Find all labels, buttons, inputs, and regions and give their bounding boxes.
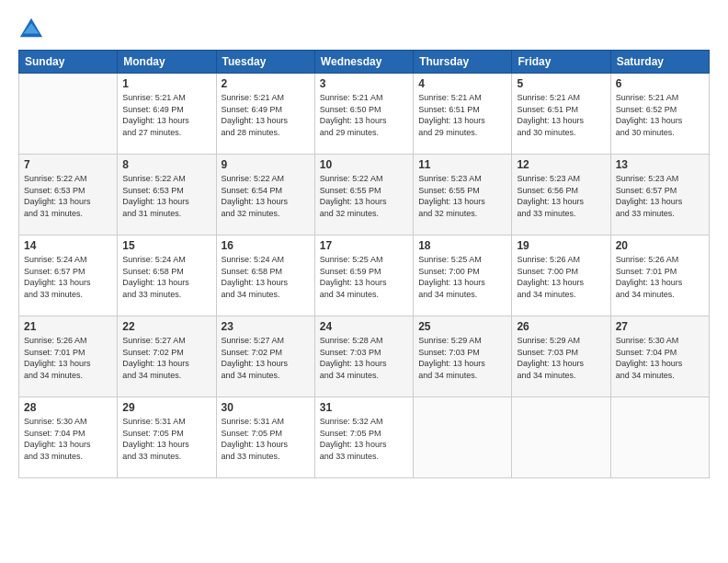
day-info: Sunrise: 5:23 AM Sunset: 6:57 PM Dayligh… xyxy=(616,173,704,219)
weekday-header-monday: Monday xyxy=(118,51,216,74)
calendar-table: SundayMondayTuesdayWednesdayThursdayFrid… xyxy=(18,50,710,478)
calendar-cell xyxy=(610,397,709,478)
calendar-cell: 2Sunrise: 5:21 AM Sunset: 6:49 PM Daylig… xyxy=(216,74,314,155)
day-number: 28 xyxy=(24,401,112,414)
calendar-cell: 24Sunrise: 5:28 AM Sunset: 7:03 PM Dayli… xyxy=(314,316,413,397)
day-number: 21 xyxy=(24,320,112,333)
calendar-cell xyxy=(414,397,512,478)
calendar-cell: 15Sunrise: 5:24 AM Sunset: 6:58 PM Dayli… xyxy=(118,236,216,316)
day-info: Sunrise: 5:21 AM Sunset: 6:51 PM Dayligh… xyxy=(418,92,506,138)
calendar-cell: 19Sunrise: 5:26 AM Sunset: 7:00 PM Dayli… xyxy=(512,236,610,316)
day-info: Sunrise: 5:22 AM Sunset: 6:55 PM Dayligh… xyxy=(320,173,408,219)
day-number: 4 xyxy=(418,77,506,90)
calendar-week-row: 21Sunrise: 5:26 AM Sunset: 7:01 PM Dayli… xyxy=(19,316,710,397)
day-number: 17 xyxy=(320,239,408,252)
calendar-cell: 5Sunrise: 5:21 AM Sunset: 6:51 PM Daylig… xyxy=(512,74,610,155)
calendar-cell: 3Sunrise: 5:21 AM Sunset: 6:50 PM Daylig… xyxy=(314,74,413,155)
day-info: Sunrise: 5:29 AM Sunset: 7:03 PM Dayligh… xyxy=(418,335,506,381)
day-number: 29 xyxy=(122,401,210,414)
day-info: Sunrise: 5:27 AM Sunset: 7:02 PM Dayligh… xyxy=(222,335,310,381)
calendar-week-row: 14Sunrise: 5:24 AM Sunset: 6:57 PM Dayli… xyxy=(19,236,710,316)
calendar-cell: 16Sunrise: 5:24 AM Sunset: 6:58 PM Dayli… xyxy=(216,236,314,316)
calendar-cell xyxy=(19,74,118,155)
weekday-header-sunday: Sunday xyxy=(19,51,118,74)
day-info: Sunrise: 5:30 AM Sunset: 7:04 PM Dayligh… xyxy=(616,335,704,381)
calendar-cell: 14Sunrise: 5:24 AM Sunset: 6:57 PM Dayli… xyxy=(19,236,118,316)
day-info: Sunrise: 5:22 AM Sunset: 6:53 PM Dayligh… xyxy=(122,173,210,219)
calendar-cell: 12Sunrise: 5:23 AM Sunset: 6:56 PM Dayli… xyxy=(512,155,610,236)
day-number: 26 xyxy=(517,320,605,333)
calendar-cell: 26Sunrise: 5:29 AM Sunset: 7:03 PM Dayli… xyxy=(512,316,610,397)
calendar-cell: 8Sunrise: 5:22 AM Sunset: 6:53 PM Daylig… xyxy=(118,155,216,236)
day-number: 2 xyxy=(222,77,310,90)
day-number: 12 xyxy=(517,158,605,171)
calendar-cell: 13Sunrise: 5:23 AM Sunset: 6:57 PM Dayli… xyxy=(610,155,709,236)
calendar-cell: 23Sunrise: 5:27 AM Sunset: 7:02 PM Dayli… xyxy=(216,316,314,397)
day-number: 18 xyxy=(418,239,506,252)
day-info: Sunrise: 5:23 AM Sunset: 6:55 PM Dayligh… xyxy=(418,173,506,219)
calendar-cell: 28Sunrise: 5:30 AM Sunset: 7:04 PM Dayli… xyxy=(19,397,118,478)
day-info: Sunrise: 5:32 AM Sunset: 7:05 PM Dayligh… xyxy=(320,416,408,462)
calendar-cell: 6Sunrise: 5:21 AM Sunset: 6:52 PM Daylig… xyxy=(610,74,709,155)
day-number: 19 xyxy=(517,239,605,252)
day-info: Sunrise: 5:31 AM Sunset: 7:05 PM Dayligh… xyxy=(122,416,210,462)
day-info: Sunrise: 5:26 AM Sunset: 7:01 PM Dayligh… xyxy=(24,335,112,381)
calendar-week-row: 28Sunrise: 5:30 AM Sunset: 7:04 PM Dayli… xyxy=(19,397,710,478)
day-info: Sunrise: 5:21 AM Sunset: 6:49 PM Dayligh… xyxy=(122,92,210,138)
page: SundayMondayTuesdayWednesdayThursdayFrid… xyxy=(0,0,728,563)
calendar-cell: 29Sunrise: 5:31 AM Sunset: 7:05 PM Dayli… xyxy=(118,397,216,478)
day-number: 13 xyxy=(616,158,704,171)
day-info: Sunrise: 5:21 AM Sunset: 6:49 PM Dayligh… xyxy=(222,92,310,138)
day-number: 25 xyxy=(418,320,506,333)
day-info: Sunrise: 5:26 AM Sunset: 7:00 PM Dayligh… xyxy=(517,254,605,300)
day-info: Sunrise: 5:22 AM Sunset: 6:54 PM Dayligh… xyxy=(222,173,310,219)
day-info: Sunrise: 5:21 AM Sunset: 6:50 PM Dayligh… xyxy=(320,92,408,138)
day-info: Sunrise: 5:28 AM Sunset: 7:03 PM Dayligh… xyxy=(320,335,408,381)
day-number: 16 xyxy=(222,239,310,252)
day-number: 9 xyxy=(222,158,310,171)
weekday-header-friday: Friday xyxy=(512,51,610,74)
calendar-cell: 11Sunrise: 5:23 AM Sunset: 6:55 PM Dayli… xyxy=(414,155,512,236)
day-info: Sunrise: 5:24 AM Sunset: 6:58 PM Dayligh… xyxy=(222,254,310,300)
day-number: 7 xyxy=(24,158,112,171)
day-number: 15 xyxy=(122,239,210,252)
day-number: 1 xyxy=(122,77,210,90)
calendar-cell: 1Sunrise: 5:21 AM Sunset: 6:49 PM Daylig… xyxy=(118,74,216,155)
calendar-cell: 4Sunrise: 5:21 AM Sunset: 6:51 PM Daylig… xyxy=(414,74,512,155)
logo-icon xyxy=(18,15,44,40)
calendar-cell: 27Sunrise: 5:30 AM Sunset: 7:04 PM Dayli… xyxy=(610,316,709,397)
day-number: 27 xyxy=(616,320,704,333)
day-info: Sunrise: 5:23 AM Sunset: 6:56 PM Dayligh… xyxy=(517,173,605,219)
day-info: Sunrise: 5:29 AM Sunset: 7:03 PM Dayligh… xyxy=(517,335,605,381)
weekday-header-wednesday: Wednesday xyxy=(314,51,413,74)
calendar-cell: 10Sunrise: 5:22 AM Sunset: 6:55 PM Dayli… xyxy=(314,155,413,236)
weekday-header-saturday: Saturday xyxy=(610,51,709,74)
day-number: 31 xyxy=(320,401,408,414)
day-info: Sunrise: 5:25 AM Sunset: 7:00 PM Dayligh… xyxy=(418,254,506,300)
calendar-cell: 17Sunrise: 5:25 AM Sunset: 6:59 PM Dayli… xyxy=(314,236,413,316)
day-info: Sunrise: 5:30 AM Sunset: 7:04 PM Dayligh… xyxy=(24,416,112,462)
calendar-cell xyxy=(512,397,610,478)
calendar-week-row: 1Sunrise: 5:21 AM Sunset: 6:49 PM Daylig… xyxy=(19,74,710,155)
day-info: Sunrise: 5:22 AM Sunset: 6:53 PM Dayligh… xyxy=(24,173,112,219)
calendar-cell: 9Sunrise: 5:22 AM Sunset: 6:54 PM Daylig… xyxy=(216,155,314,236)
day-number: 6 xyxy=(616,77,704,90)
weekday-header-tuesday: Tuesday xyxy=(216,51,314,74)
calendar-cell: 31Sunrise: 5:32 AM Sunset: 7:05 PM Dayli… xyxy=(314,397,413,478)
day-info: Sunrise: 5:21 AM Sunset: 6:51 PM Dayligh… xyxy=(517,92,605,138)
calendar-cell: 20Sunrise: 5:26 AM Sunset: 7:01 PM Dayli… xyxy=(610,236,709,316)
calendar-cell: 18Sunrise: 5:25 AM Sunset: 7:00 PM Dayli… xyxy=(414,236,512,316)
day-number: 10 xyxy=(320,158,408,171)
day-number: 5 xyxy=(517,77,605,90)
header xyxy=(18,15,710,40)
day-info: Sunrise: 5:21 AM Sunset: 6:52 PM Dayligh… xyxy=(616,92,704,138)
day-number: 20 xyxy=(616,239,704,252)
day-number: 3 xyxy=(320,77,408,90)
weekday-header-row: SundayMondayTuesdayWednesdayThursdayFrid… xyxy=(19,51,710,74)
calendar-cell: 22Sunrise: 5:27 AM Sunset: 7:02 PM Dayli… xyxy=(118,316,216,397)
day-number: 14 xyxy=(24,239,112,252)
calendar-week-row: 7Sunrise: 5:22 AM Sunset: 6:53 PM Daylig… xyxy=(19,155,710,236)
day-number: 8 xyxy=(122,158,210,171)
calendar-cell: 30Sunrise: 5:31 AM Sunset: 7:05 PM Dayli… xyxy=(216,397,314,478)
day-info: Sunrise: 5:27 AM Sunset: 7:02 PM Dayligh… xyxy=(122,335,210,381)
